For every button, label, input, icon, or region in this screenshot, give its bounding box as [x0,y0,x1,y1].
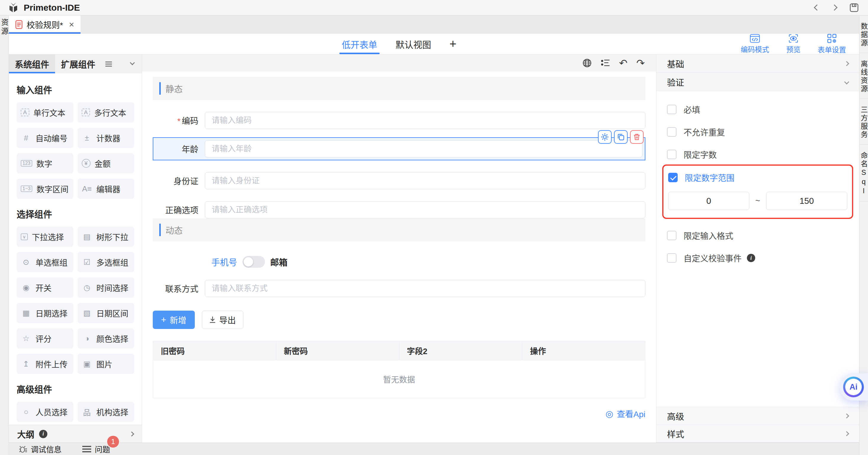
tab-lowcode-form[interactable]: 低开表单 [342,34,377,54]
component-card-auto-number[interactable]: #自动编号 [17,128,73,148]
field-delete-button[interactable] [630,130,644,144]
component-card-select[interactable]: ∨下拉选择 [17,227,73,247]
undo-icon[interactable]: ↶ [619,58,628,68]
number-range-highlight-box: 限定数字范围 ~ [662,164,853,219]
contact-type-switch[interactable] [243,256,265,268]
component-card-tree-select[interactable]: ▤树形下拉 [78,227,134,247]
column-header-actions[interactable]: 操作 [522,341,645,360]
outline-tree-icon[interactable] [601,59,610,67]
component-card-amount[interactable]: ¥金额 [78,153,134,173]
collapse-panel-icon[interactable] [130,60,135,65]
outline-info-icon[interactable]: i [39,430,48,438]
option-limit-format[interactable]: 限定输入格式 [667,230,848,241]
toggle-phone-label[interactable]: 手机号 [211,256,237,268]
rail-item-datasource[interactable]: 数据源 [860,15,868,53]
range-max-input[interactable] [766,192,847,210]
field-settings-button[interactable] [598,130,612,144]
toggle-email-label[interactable]: 邮箱 [270,256,287,268]
outline-footer[interactable]: 大纲 i [9,425,142,443]
no-duplicate-checkbox[interactable] [667,127,677,137]
component-card-upload[interactable]: ↥附件上传 [17,354,73,374]
rail-item-third-party-services[interactable]: 三方服务 [860,99,868,145]
age-input[interactable] [205,140,643,157]
form-settings-button[interactable]: 表单设置 [818,34,846,55]
nav-back-icon[interactable] [814,4,820,11]
debug-info-item[interactable]: 调试信息 [19,444,62,454]
add-row-button[interactable]: + 新增 [153,311,195,329]
code-mode-button[interactable]: 编码模式 [741,34,769,54]
component-card-number[interactable]: 123数字 [17,153,73,173]
group-basic[interactable]: 基础 [656,55,859,73]
rail-item-named-sql[interactable]: 命名Sql [860,145,868,201]
i18n-globe-icon[interactable] [582,58,592,68]
component-card-rating[interactable]: ☆评分 [17,328,73,349]
ai-assistant-button[interactable]: Ai [840,373,868,400]
left-rail-resources[interactable]: 资源 [0,18,10,455]
required-checkbox[interactable] [667,105,677,114]
component-card-user-select[interactable]: ○人员选择 [17,402,73,422]
limit-length-checkbox[interactable] [667,150,677,159]
outline-expand-icon[interactable] [129,431,134,436]
component-card-radio-group[interactable]: ⊙单选框组 [17,252,73,272]
field-row-id-card[interactable]: 身份证 [153,172,645,189]
component-card-switch[interactable]: ◉开关 [17,278,73,298]
custom-validation-info-icon[interactable]: i [747,254,755,262]
component-card-counter[interactable]: ±计数器 [78,128,134,148]
doc-tab-close-icon[interactable]: × [69,20,74,30]
limit-format-checkbox[interactable] [667,231,677,240]
field-row-code[interactable]: *编码 [153,112,645,129]
column-header-old-password[interactable]: 旧密码 [153,341,276,360]
preview-button[interactable]: 预览 [786,34,801,54]
component-card-date-range[interactable]: ▧日期区间 [78,303,134,323]
tab-extension-components[interactable]: 扩展组件 [55,55,101,73]
group-style[interactable]: 样式 [656,425,859,443]
range-min-input[interactable] [668,192,749,210]
field-row-correct-option[interactable]: 正确选项 [153,201,645,218]
field-row-age-selected[interactable]: 年龄 [153,137,645,160]
component-card-color-picker[interactable]: ◑颜色选择 [78,328,134,349]
component-card-checkbox-group[interactable]: ☑多选框组 [78,252,134,272]
redo-icon[interactable]: ↷ [637,58,645,68]
problems-item[interactable]: 问题 1 [82,444,110,454]
option-no-duplicate[interactable]: 不允许重复 [667,126,848,138]
view-api-link[interactable]: ◎ 查看Api [606,408,645,420]
id-card-input[interactable] [205,172,645,189]
nav-forward-icon[interactable] [831,4,838,11]
option-custom-validation[interactable]: 自定义校验事件 i [667,252,848,264]
group-validation[interactable]: 验证 [656,73,859,91]
tab-system-components[interactable]: 系统组件 [9,55,55,73]
field-row-contact[interactable]: 联系方式 [153,280,645,297]
debug-info-label: 调试信息 [31,444,62,454]
custom-validation-checkbox[interactable] [667,253,677,263]
static-section-band[interactable]: 静态 [153,77,645,100]
column-header-new-password[interactable]: 新密码 [276,341,399,360]
component-card-time-picker[interactable]: ◷时间选择 [78,278,134,298]
component-card-multi-text[interactable]: A多行文本 [78,102,134,123]
tab-default-view[interactable]: 默认视图 [396,34,431,54]
component-card-single-text[interactable]: A单行文本 [17,102,73,123]
component-card-number-range[interactable]: 1~3数字区间 [17,179,73,199]
rail-item-offline-resources[interactable]: 离线资源 [860,53,868,99]
code-input[interactable] [205,112,645,129]
component-card-editor[interactable]: A≡编辑器 [78,179,134,199]
component-label: 单选框组 [35,257,67,268]
add-view-button[interactable]: + [450,34,456,54]
component-list-view-icon[interactable] [105,62,112,67]
option-limit-number-range[interactable]: 限定数字范围 [668,171,847,184]
component-card-date-picker[interactable]: ▦日期选择 [17,303,73,323]
save-icon[interactable] [850,3,859,12]
column-header-field2[interactable]: 字段2 [399,341,523,360]
correct-option-input[interactable] [205,201,645,218]
field-copy-button[interactable] [614,130,628,144]
dynamic-section-band[interactable]: 动态 [153,218,645,241]
group-advanced[interactable]: 高级 [656,407,859,425]
component-card-image[interactable]: ▣图片 [78,354,134,374]
limit-number-range-checkbox[interactable] [668,173,678,182]
contact-input[interactable] [205,280,645,297]
component-card-org-select[interactable]: 品机构选择 [78,402,134,422]
option-limit-length[interactable]: 限定字数 [667,149,848,160]
component-label: 单行文本 [33,107,65,118]
export-button[interactable]: 导出 [202,311,243,329]
doc-tab-validation-rules[interactable]: 校验规则* × [9,15,81,34]
option-required[interactable]: 必填 [667,103,848,116]
